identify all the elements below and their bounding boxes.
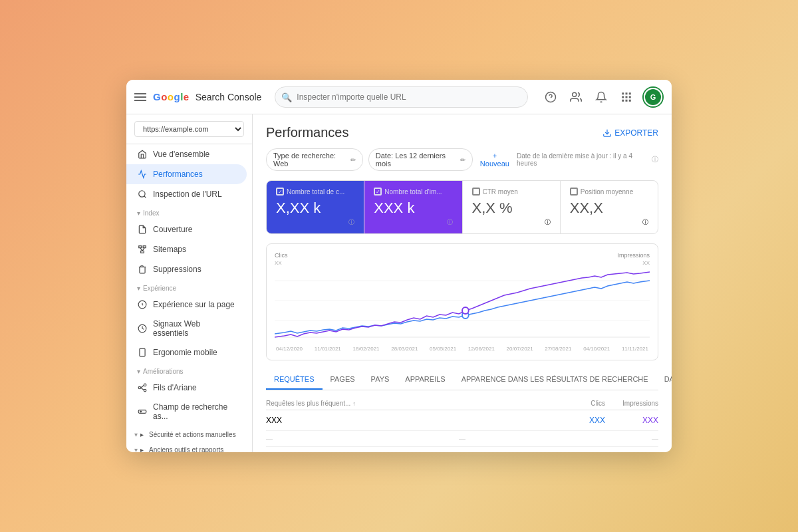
metric-card-ctr[interactable]: CTR moyen X,X % ⓘ [463,181,561,233]
col-header-clics[interactable]: Clics [552,400,605,407]
metric-info: ⓘ [374,218,452,227]
tab-pages[interactable]: PAGES [323,370,363,390]
svg-point-22 [138,386,141,389]
sidebar-item-label: Vue d'ensemble [153,150,209,159]
metric-card-clics[interactable]: Nombre total de c... X,XX k ⓘ [267,181,364,233]
main-body: https://example.com Vue d'ensemble Perfo… [126,114,672,452]
export-label: EXPORTER [614,128,658,138]
tab-dates[interactable]: DATES [656,370,672,390]
sort-icon: ↑ [352,400,356,407]
users-icon[interactable] [567,88,585,106]
svg-rect-11 [629,99,631,101]
search-input[interactable] [275,86,528,108]
svg-point-23 [144,384,146,386]
svg-rect-3 [622,92,624,94]
filter-type[interactable]: Type de recherche: Web ✏ [266,148,363,171]
new-filter-button[interactable]: + Nouveau [478,152,511,168]
content-area: Performances EXPORTER Type de recherche:… [253,114,672,452]
sidebar-item-performances[interactable]: Performances [126,164,247,184]
metric-info: ⓘ [276,218,354,227]
chart-y-right-top: XX [642,260,650,266]
avatar[interactable]: G [644,88,662,106]
svg-rect-8 [629,96,631,98]
chart-icon [137,169,148,180]
section-security[interactable]: ▸ Sécurité et actions manuelles [126,426,252,441]
trash-icon [137,264,148,275]
svg-line-26 [141,388,144,390]
tab-pays[interactable]: PAYS [363,370,398,390]
svg-point-24 [144,389,146,392]
metric-label: Nombre total d'im... [374,188,452,196]
sidebar-item-core-web-vitals[interactable]: Signaux Web essentiels [126,315,247,342]
svg-rect-9 [622,99,624,101]
sidebar-item-label: Performances [153,170,203,179]
sidebar-item-breadcrumbs[interactable]: Fils d'Ariane [126,378,247,398]
metric-value: XXX k [374,200,452,217]
google-logo: Google [153,91,189,102]
tab-apparence[interactable]: APPARENCE DANS LES RÉSULTATS DE RECHERCH… [454,370,656,390]
more-row-placeholder: — [266,435,273,442]
clics-cell[interactable]: XXX [552,416,605,425]
section-ameliorations[interactable]: Améliorations [126,362,252,378]
edit-icon: ✏ [350,156,356,164]
metric-label: Nombre total de c... [276,188,354,196]
export-button[interactable]: EXPORTER [602,128,658,138]
sidebar-item-label: Suppressions [153,265,201,274]
sidebar-item-suppressions[interactable]: Suppressions [126,259,247,279]
bell-icon[interactable] [592,88,610,106]
section-experience[interactable]: Expérience [126,279,252,295]
header-icons: G [541,86,664,108]
performance-chart [275,267,650,340]
hamburger-icon[interactable] [134,93,146,101]
sidebar-item-label: Champ de recherche as... [153,402,236,421]
search-icon: 🔍 [281,92,292,102]
app-title: Search Console [196,92,262,102]
grid-icon[interactable] [617,88,636,106]
sidebar-item-coverage[interactable]: Couverture [126,219,247,239]
col-header-impressions[interactable]: Impressions [605,400,658,407]
home-icon [137,149,148,160]
metric-value: XX,X [570,200,648,217]
tab-requetes[interactable]: REQUÊTES [266,370,323,390]
property-selector: https://example.com [126,114,252,144]
star-icon [137,299,148,310]
sidebar-item-overview[interactable]: Vue d'ensemble [126,144,247,164]
chart-area: Clics Impressions XX XX [266,243,658,360]
svg-rect-7 [626,96,628,98]
last-update: Date de la dernière mise à jour : il y a… [517,152,646,167]
svg-rect-4 [626,92,628,94]
sidebar-item-label: Couverture [153,225,192,234]
svg-line-13 [144,196,146,198]
section-index[interactable]: Index [126,204,252,219]
svg-point-35 [462,307,469,314]
tab-appareils[interactable]: APPAREILS [397,370,453,390]
filter-date[interactable]: Date: Les 12 derniers mois ✏ [368,148,473,171]
impressions-cell[interactable]: XXX [605,416,658,425]
help-icon[interactable] [541,88,560,106]
col-header-query[interactable]: Requêtes les plus fréquent... ↑ [266,400,552,407]
sidebar-item-label: Expérience sur la page [153,300,235,309]
section-old-tools[interactable]: ▸ Anciens outils et rapports [126,441,252,452]
sidebar-item-sitemaps[interactable]: Sitemaps [126,239,247,259]
query-cell: XXX [266,416,552,425]
last-update-info-icon[interactable]: ⓘ [652,155,658,164]
tabs-bar: REQUÊTES PAGES PAYS APPAREILS APPARENCE … [266,370,658,390]
svg-point-12 [139,191,145,197]
sidebar-item-label: Sitemaps [153,245,186,254]
sidebar-item-label: Ergonomie mobile [153,348,217,357]
svg-rect-16 [141,251,144,253]
metric-label: Position moyenne [570,188,648,196]
chart-y-left-label: Clics [275,252,288,259]
metric-card-position[interactable]: Position moyenne XX,X ⓘ [561,181,658,233]
metric-card-impressions[interactable]: Nombre total d'im... XXX k ⓘ [364,181,462,233]
svg-point-2 [573,92,577,96]
svg-line-25 [141,386,144,388]
sidebar-item-label: Fils d'Ariane [153,383,197,392]
sidebar-item-label: Inspection de l'URL [153,190,222,199]
property-select[interactable]: https://example.com [134,121,244,137]
sidebar-item-searchbox[interactable]: Champ de recherche as... [126,398,247,426]
sidebar-item-mobile[interactable]: Ergonomie mobile [126,342,247,362]
sidebar-item-page-experience[interactable]: Expérience sur la page [126,295,247,315]
breadcrumb-icon [137,382,148,393]
sidebar-item-url-inspection[interactable]: Inspection de l'URL [126,184,247,204]
